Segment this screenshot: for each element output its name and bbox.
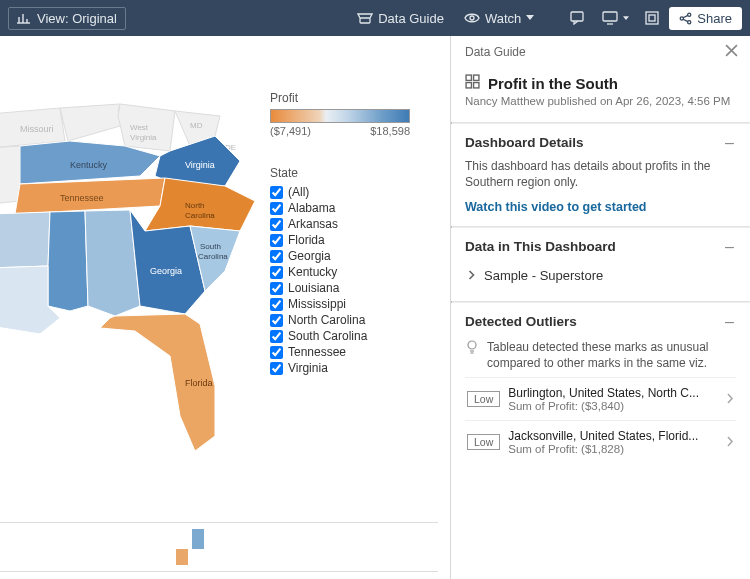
- outlier-title: Jacksonville, United States, Florid...: [508, 429, 718, 443]
- close-icon[interactable]: [723, 42, 740, 62]
- video-link[interactable]: Watch this video to get started: [465, 200, 736, 214]
- data-guide-button[interactable]: Data Guide: [349, 7, 452, 30]
- low-badge: Low: [467, 434, 500, 450]
- collapse-button[interactable]: –: [723, 238, 736, 256]
- state-label: Virginia: [288, 361, 328, 375]
- state-label: Georgia: [288, 249, 331, 263]
- bar-chart-icon: [17, 11, 31, 25]
- svg-text:South: South: [200, 242, 221, 251]
- state-label: South Carolina: [288, 329, 367, 343]
- collapse-button[interactable]: –: [723, 134, 736, 152]
- legend-title: Profit: [270, 91, 440, 105]
- state-label: Arkansas: [288, 217, 338, 231]
- state-checkbox[interactable]: [270, 186, 283, 199]
- state-checkbox-row[interactable]: Louisiana: [270, 280, 440, 296]
- state-arkansas: [0, 212, 50, 268]
- panel-label: Data Guide: [465, 45, 526, 59]
- legend-gradient: [270, 109, 410, 123]
- chevron-right-icon: [726, 392, 734, 407]
- outliers-section: Detected Outliers – Tableau detected the…: [451, 303, 750, 475]
- data-source-row[interactable]: Sample - Superstore: [465, 262, 736, 289]
- collapse-button[interactable]: –: [723, 313, 736, 331]
- section-heading: Detected Outliers: [465, 314, 577, 329]
- svg-line-15: [683, 19, 688, 21]
- state-label: Mississippi: [288, 297, 346, 311]
- svg-line-14: [683, 15, 688, 17]
- state-checkbox-row[interactable]: Virginia: [270, 360, 440, 376]
- outlier-item[interactable]: LowBurlington, United States, North C...…: [465, 377, 736, 420]
- share-button[interactable]: Share: [669, 7, 742, 30]
- state-checkbox[interactable]: [270, 266, 283, 279]
- data-section: Data in This Dashboard – Sample - Supers…: [451, 228, 750, 301]
- svg-text:Virginia: Virginia: [130, 133, 157, 142]
- svg-text:Georgia: Georgia: [150, 266, 182, 276]
- state-checkbox-row[interactable]: Kentucky: [270, 264, 440, 280]
- state-checkbox-row[interactable]: North Carolina: [270, 312, 440, 328]
- state-checkbox-row[interactable]: Tennessee: [270, 344, 440, 360]
- outlier-item[interactable]: LowJacksonville, United States, Florid..…: [465, 420, 736, 463]
- state-checkbox[interactable]: [270, 346, 283, 359]
- state-checkbox-row[interactable]: Georgia: [270, 248, 440, 264]
- svg-text:MD: MD: [190, 121, 203, 130]
- dashboard-subtitle: Nancy Matthew published on Apr 26, 2023,…: [451, 92, 750, 122]
- svg-point-12: [681, 16, 684, 19]
- lightbulb-icon: [465, 339, 479, 371]
- data-guide-icon: [357, 11, 373, 25]
- watch-dropdown[interactable]: Watch: [456, 7, 542, 30]
- map-viz[interactable]: Missouri West Virginia MD DE Kentucky: [0, 56, 270, 476]
- viz-area: Missouri West Virginia MD DE Kentucky: [0, 36, 450, 579]
- top-toolbar: View: Original Data Guide Watch: [0, 0, 750, 36]
- svg-text:North: North: [185, 201, 205, 210]
- dashboard-details-section: Dashboard Details – This dashboard has d…: [451, 124, 750, 226]
- svg-rect-7: [603, 12, 617, 21]
- secondary-bar-chart[interactable]: [0, 522, 438, 572]
- state-checkbox[interactable]: [270, 218, 283, 231]
- state-checkbox[interactable]: [270, 202, 283, 215]
- eye-icon: [464, 12, 480, 24]
- fullscreen-icon: [645, 11, 659, 25]
- outlier-title: Burlington, United States, North C...: [508, 386, 718, 400]
- state-checkbox-row[interactable]: (All): [270, 184, 440, 200]
- svg-rect-6: [571, 12, 583, 21]
- svg-text:West: West: [130, 123, 149, 132]
- state-checkbox[interactable]: [270, 314, 283, 327]
- state-checkbox[interactable]: [270, 330, 283, 343]
- state-checkbox[interactable]: [270, 362, 283, 375]
- legend-min: ($7,491): [270, 125, 311, 137]
- state-checkbox-row[interactable]: Mississippi: [270, 296, 440, 312]
- state-checkbox-row[interactable]: Arkansas: [270, 216, 440, 232]
- state-checkbox-row[interactable]: Alabama: [270, 200, 440, 216]
- svg-text:Florida: Florida: [185, 378, 213, 388]
- outlier-sub: Sum of Profit: ($3,840): [508, 400, 718, 412]
- data-source-name: Sample - Superstore: [484, 268, 603, 283]
- filter-title: State: [270, 166, 440, 180]
- view-label: View: Original: [37, 11, 117, 26]
- state-checkbox[interactable]: [270, 250, 283, 263]
- outliers-note: Tableau detected these marks as unusual …: [487, 339, 736, 371]
- svg-text:Carolina: Carolina: [198, 252, 228, 261]
- low-badge: Low: [467, 391, 500, 407]
- state-checkbox-row[interactable]: South Carolina: [270, 328, 440, 344]
- state-label: Kentucky: [288, 265, 337, 279]
- svg-rect-4: [360, 18, 370, 23]
- chat-icon: [570, 11, 586, 25]
- comments-button[interactable]: [564, 7, 592, 29]
- chevron-right-icon: [467, 268, 476, 283]
- share-icon: [679, 12, 692, 25]
- state-checkbox[interactable]: [270, 234, 283, 247]
- state-checkbox[interactable]: [270, 282, 283, 295]
- outlier-sub: Sum of Profit: ($1,828): [508, 443, 718, 455]
- legend-max: $18,598: [370, 125, 410, 137]
- state-checkbox[interactable]: [270, 298, 283, 311]
- svg-text:Kentucky: Kentucky: [70, 160, 108, 170]
- present-button[interactable]: [596, 7, 635, 29]
- chevron-down-icon: [623, 16, 629, 21]
- fullscreen-button[interactable]: [639, 7, 665, 29]
- state-checkbox-row[interactable]: Florida: [270, 232, 440, 248]
- state-label: North Carolina: [288, 313, 365, 327]
- svg-point-36: [468, 341, 476, 349]
- svg-rect-9: [646, 12, 658, 24]
- svg-text:Carolina: Carolina: [185, 211, 215, 220]
- view-selector[interactable]: View: Original: [8, 7, 126, 30]
- state-mississippi: [48, 211, 88, 311]
